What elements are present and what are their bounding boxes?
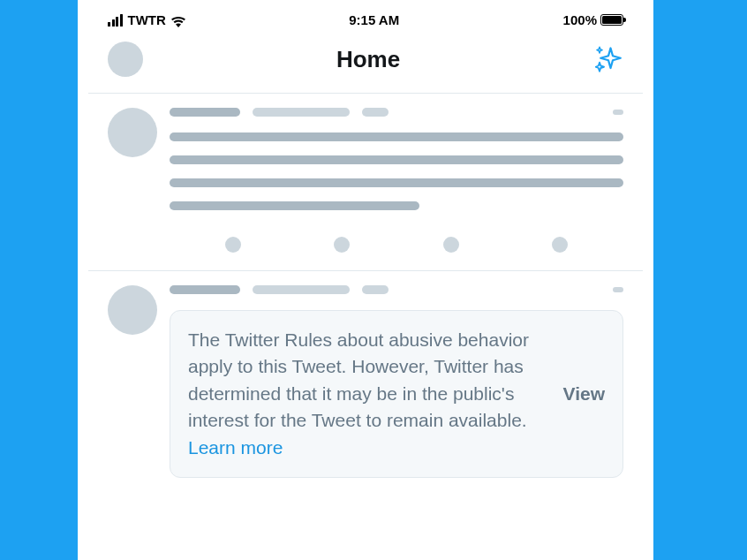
notice-message: The Twitter Rules about abusive behavior…	[188, 329, 529, 430]
tweet-header-skeleton	[170, 285, 623, 294]
tweet-body: The Twitter Rules about abusive behavior…	[170, 285, 623, 478]
carrier-label: TWTR	[128, 12, 166, 27]
like-icon[interactable]	[443, 237, 459, 253]
tweet-menu-icon[interactable]	[613, 110, 623, 115]
retweet-icon[interactable]	[334, 237, 350, 253]
page-title: Home	[336, 46, 400, 73]
phone-frame: TWTR 9:15 AM 100% Home	[88, 0, 643, 560]
skel-handle	[253, 285, 350, 294]
tweet-actions-skeleton	[170, 224, 623, 254]
battery-icon	[600, 14, 623, 26]
skel-line	[170, 155, 623, 164]
skel-time	[362, 108, 389, 117]
tweet-body	[170, 108, 623, 254]
tweet-header-skeleton	[170, 108, 623, 117]
profile-avatar[interactable]	[108, 42, 143, 77]
notice-text: The Twitter Rules about abusive behavior…	[188, 327, 547, 461]
share-icon[interactable]	[552, 237, 568, 253]
status-right: 100%	[563, 12, 623, 27]
skel-handle	[253, 108, 350, 117]
status-time: 9:15 AM	[349, 12, 399, 27]
nav-bar: Home	[88, 33, 643, 94]
reply-icon[interactable]	[225, 237, 241, 253]
tweet-menu-icon[interactable]	[613, 287, 623, 292]
skel-time	[362, 285, 389, 294]
learn-more-link[interactable]: Learn more	[188, 437, 283, 458]
status-left: TWTR	[108, 12, 185, 27]
tweet-with-notice[interactable]: The Twitter Rules about abusive behavior…	[88, 271, 643, 478]
status-bar: TWTR 9:15 AM 100%	[88, 0, 643, 33]
top-tweets-button[interactable]	[593, 44, 623, 74]
skel-line	[170, 132, 623, 141]
view-tweet-button[interactable]: View	[563, 383, 605, 405]
skel-name	[170, 108, 240, 117]
sparkle-icon	[595, 46, 622, 72]
public-interest-notice: The Twitter Rules about abusive behavior…	[170, 310, 623, 478]
skel-line	[170, 178, 623, 187]
tweet-skeleton[interactable]	[88, 94, 643, 271]
battery-pct: 100%	[563, 12, 597, 27]
tweet-avatar[interactable]	[108, 108, 157, 157]
skel-name	[170, 285, 240, 294]
tweet-avatar[interactable]	[108, 285, 157, 335]
tweet-text-skeleton	[170, 132, 623, 210]
cellular-signal-icon	[108, 14, 123, 26]
wifi-icon	[171, 15, 185, 26]
skel-line	[170, 201, 419, 210]
